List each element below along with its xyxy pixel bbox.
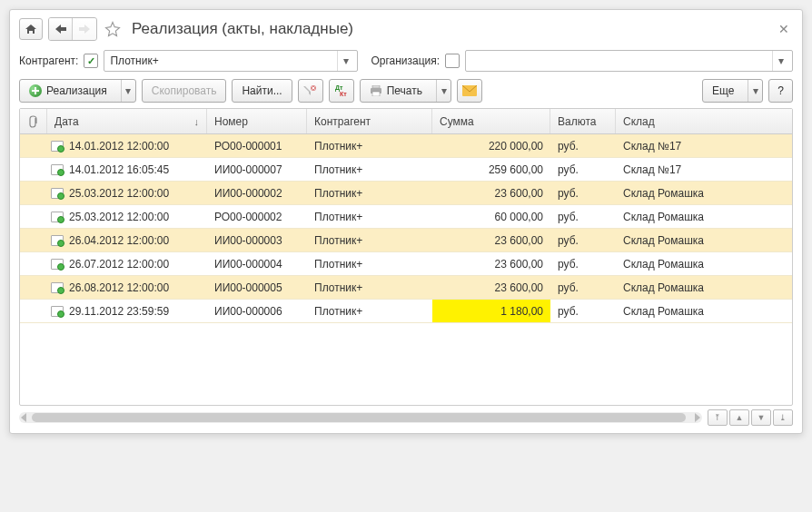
document-icon	[51, 306, 64, 317]
help-button[interactable]: ?	[768, 79, 793, 103]
chevron-down-icon: ▾	[772, 51, 788, 71]
print-button[interactable]: Печать ▾	[360, 79, 451, 103]
document-icon	[51, 212, 64, 222]
cell-date: 14.01.2012 16:05:45	[47, 158, 207, 181]
more-button[interactable]: Еще ▾	[702, 79, 763, 103]
org-select[interactable]: ▾	[465, 50, 793, 72]
cell-number: ИИ00-000005	[207, 276, 307, 299]
chevron-down-icon: ▾	[748, 80, 762, 102]
cell-currency: руб.	[550, 252, 616, 275]
cell-number: ИИ00-000007	[207, 158, 307, 181]
cell-currency: руб.	[550, 182, 616, 204]
cell-sum: 60 000,00	[432, 205, 550, 228]
cell-agent: Плотник+	[307, 134, 432, 157]
col-attachment[interactable]	[20, 109, 47, 133]
cell-attachment	[20, 134, 47, 157]
cell-store: Склад №17	[616, 158, 792, 181]
table-row[interactable]: 25.03.2012 12:00:00РО00-000002Плотник+60…	[20, 205, 792, 229]
filter-bar: Контрагент: ✓ Плотник+ ▾ Организация: ▾	[19, 50, 793, 72]
table-row[interactable]: 26.04.2012 12:00:00ИИ00-000003Плотник+23…	[20, 229, 792, 252]
dtkt-button[interactable]: ДтКт	[329, 79, 354, 103]
horizontal-scrollbar[interactable]	[19, 412, 702, 423]
table-row[interactable]: 29.11.2012 23:59:59ИИ00-000006Плотник+1 …	[20, 300, 792, 323]
favorite-star-icon[interactable]	[103, 19, 123, 39]
cell-currency: руб.	[550, 158, 616, 181]
col-agent[interactable]: Контрагент	[307, 109, 432, 133]
next-row-button[interactable]: ▼	[751, 409, 771, 426]
contractor-checkbox[interactable]: ✓	[84, 54, 98, 68]
sort-asc-icon: ↓	[194, 116, 200, 127]
cell-date: 14.01.2012 12:00:00	[47, 134, 207, 157]
table-row[interactable]: 26.07.2012 12:00:00ИИ00-000004Плотник+23…	[20, 252, 792, 276]
col-date[interactable]: Дата↓	[47, 109, 207, 133]
cell-date: 26.07.2012 12:00:00	[47, 252, 207, 275]
plus-icon	[29, 84, 42, 97]
table-body: 14.01.2012 12:00:00РО00-000001Плотник+22…	[20, 134, 792, 323]
data-table: Дата↓ Номер Контрагент Сумма Валюта Скла…	[19, 108, 793, 406]
cell-date: 29.11.2012 23:59:59	[47, 300, 207, 322]
chevron-down-icon: ▾	[436, 80, 451, 102]
chevron-down-icon: ▾	[121, 80, 135, 102]
col-store[interactable]: Склад	[616, 109, 792, 133]
table-header: Дата↓ Номер Контрагент Сумма Валюта Скла…	[20, 109, 792, 134]
col-number[interactable]: Номер	[207, 109, 307, 133]
cell-attachment	[20, 300, 47, 322]
cell-agent: Плотник+	[307, 276, 432, 299]
cell-sum: 23 600,00	[432, 229, 550, 251]
forward-button[interactable]	[73, 18, 96, 40]
cell-attachment	[20, 276, 47, 299]
home-button[interactable]	[19, 18, 43, 40]
cell-sum: 259 600,00	[432, 158, 550, 181]
last-row-button[interactable]: ⤓	[773, 409, 793, 426]
scrollbar-thumb[interactable]	[32, 413, 686, 422]
cell-number: ИИ00-000002	[207, 182, 307, 204]
toolbar: Реализация ▾ Скопировать Найти... ДтКт П…	[19, 79, 793, 103]
copy-button[interactable]: Скопировать	[142, 79, 227, 103]
cell-currency: руб.	[550, 276, 616, 299]
cell-agent: Плотник+	[307, 252, 432, 275]
document-icon	[51, 188, 64, 199]
first-row-button[interactable]: ⤒	[708, 409, 728, 426]
cell-store: Склад Ромашка	[616, 182, 792, 204]
prev-row-button[interactable]: ▲	[729, 409, 749, 426]
document-icon	[51, 235, 64, 246]
table-row[interactable]: 14.01.2012 16:05:45ИИ00-000007Плотник+25…	[20, 158, 792, 182]
cell-number: РО00-000002	[207, 205, 307, 228]
table-row[interactable]: 25.03.2012 12:00:00ИИ00-000002Плотник+23…	[20, 182, 792, 205]
create-button[interactable]: Реализация ▾	[19, 79, 136, 103]
cell-date: 25.03.2012 12:00:00	[47, 182, 207, 204]
cell-store: Склад Ромашка	[616, 300, 792, 322]
cell-store: Склад Ромашка	[616, 205, 792, 228]
chevron-down-icon: ▾	[337, 51, 353, 71]
contractor-select[interactable]: Плотник+ ▾	[104, 50, 358, 72]
clear-filter-button[interactable]	[298, 79, 323, 103]
contractor-value: Плотник+	[110, 54, 337, 67]
find-button[interactable]: Найти...	[232, 79, 292, 103]
org-checkbox[interactable]	[445, 54, 460, 68]
cell-sum: 23 600,00	[432, 252, 550, 275]
cell-store: Склад Ромашка	[616, 252, 792, 275]
nav-back-forward	[48, 17, 97, 41]
window-title: Реализация (акты, накладные)	[132, 20, 353, 38]
cell-number: ИИ00-000004	[207, 252, 307, 275]
col-sum[interactable]: Сумма	[432, 109, 550, 133]
document-icon	[51, 259, 64, 270]
org-label: Организация:	[371, 54, 440, 67]
table-row[interactable]: 14.01.2012 12:00:00РО00-000001Плотник+22…	[20, 134, 792, 158]
email-button[interactable]	[457, 79, 482, 103]
close-button[interactable]: ✕	[775, 20, 793, 38]
cell-store: Склад Ромашка	[616, 276, 792, 299]
document-icon	[51, 282, 64, 293]
cell-sum: 23 600,00	[432, 182, 550, 204]
back-button[interactable]	[49, 18, 73, 40]
cell-agent: Плотник+	[307, 229, 432, 251]
document-icon	[51, 164, 64, 175]
printer-icon	[370, 85, 382, 96]
cell-agent: Плотник+	[307, 205, 432, 228]
table-row[interactable]: 26.08.2012 12:00:00ИИ00-000005Плотник+23…	[20, 276, 792, 300]
cell-attachment	[20, 182, 47, 204]
col-currency[interactable]: Валюта	[550, 109, 616, 133]
cell-currency: руб.	[550, 134, 616, 157]
table-empty-space	[20, 323, 792, 405]
cell-currency: руб.	[550, 205, 616, 228]
